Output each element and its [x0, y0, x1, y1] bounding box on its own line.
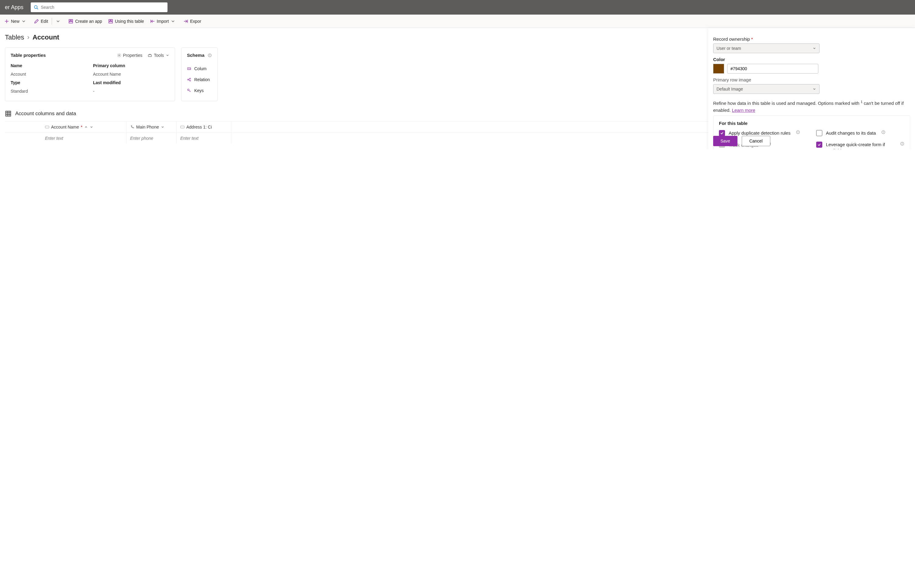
card-title: Table properties [11, 53, 46, 58]
col-account-label: Account Name [51, 124, 79, 129]
schema-columns[interactable]: Abc Colum [187, 63, 212, 74]
using-table-button[interactable]: Using this table [105, 15, 147, 27]
import-button[interactable]: Import [147, 15, 181, 27]
properties-label: Properties [123, 53, 142, 58]
new-label: New [11, 19, 19, 24]
new-phone-cell[interactable]: Enter phone [126, 133, 176, 144]
breadcrumb-current: Account [32, 34, 59, 41]
schema-title: Schema [187, 53, 205, 58]
svg-rect-4 [69, 19, 71, 21]
svg-rect-6 [69, 22, 73, 23]
sort-up-icon [84, 125, 88, 129]
color-swatch[interactable] [713, 64, 724, 74]
schema-keys-label: Keys [194, 88, 204, 93]
edit-dropdown[interactable] [53, 15, 65, 27]
col-main-phone[interactable]: Main Phone [126, 121, 176, 132]
app-icon [68, 19, 73, 24]
svg-line-28 [190, 91, 191, 92]
svg-rect-9 [109, 22, 113, 23]
opt-audit[interactable]: Audit changes to its data [816, 130, 904, 136]
learn-more-link[interactable]: Learn more [732, 108, 755, 113]
cancel-button[interactable]: Cancel [742, 136, 770, 146]
export-button[interactable]: Expor [180, 15, 204, 27]
table-properties-card: Table properties Properties Tools Name P… [5, 47, 175, 101]
new-address-cell[interactable]: Enter text [176, 133, 231, 144]
create-app-label: Create an app [75, 19, 102, 24]
info-icon[interactable] [796, 130, 800, 134]
relation-icon [187, 78, 191, 82]
info-icon[interactable] [900, 142, 904, 146]
breadcrumb-root[interactable]: Tables [5, 34, 24, 41]
tools-action[interactable]: Tools [148, 53, 169, 58]
type-label: Type [11, 80, 87, 85]
primary-image-select: Default Image [713, 84, 820, 94]
search-box[interactable] [31, 2, 168, 12]
create-app-button[interactable]: Create an app [65, 15, 105, 27]
svg-rect-5 [71, 19, 73, 21]
last-modified-value: - [93, 89, 169, 94]
search-icon [34, 5, 38, 10]
svg-line-24 [189, 79, 190, 80]
export-label: Expor [190, 19, 201, 24]
schema-keys[interactable]: Keys [187, 85, 212, 96]
svg-rect-15 [148, 55, 152, 57]
app-title: er Apps [5, 4, 23, 11]
toolbox-icon [148, 53, 152, 57]
col-address-label: Address 1: Ci [186, 124, 212, 129]
key-icon [187, 89, 191, 93]
record-ownership-select: User or team [713, 44, 820, 53]
chevron-down-icon [813, 87, 816, 91]
chevron-down-icon [21, 19, 26, 24]
svg-line-25 [189, 80, 190, 81]
opt-audit-label: Audit changes to its data [826, 130, 876, 136]
import-label: Import [157, 19, 169, 24]
schema-card: Schema Abc Colum Relation Keys [181, 47, 218, 101]
checkbox[interactable] [816, 130, 822, 136]
name-label: Name [11, 63, 87, 68]
chevron-down-icon [90, 125, 93, 129]
gear-icon [117, 53, 121, 57]
info-icon[interactable] [208, 53, 212, 57]
chevron-down-icon [56, 19, 60, 24]
breadcrumb-sep: › [27, 34, 29, 41]
refine-a: Refine how data in this table is used an… [713, 100, 861, 106]
search-input[interactable] [41, 5, 165, 10]
main-content: Tables › Account Table properties Proper… [0, 28, 915, 149]
for-this-table-title: For this table [719, 121, 904, 126]
primary-image-value: Default Image [716, 87, 743, 92]
schema-columns-label: Colum [194, 66, 206, 71]
primary-image-label: Primary row image [713, 77, 910, 82]
new-account-cell[interactable]: Enter text [41, 133, 126, 144]
separator [52, 18, 52, 24]
chevron-down-icon [171, 19, 175, 24]
opt-quickcreate[interactable]: Leverage quick-create form if available [816, 142, 904, 149]
opt-quick-label: Leverage quick-create form if available [826, 142, 895, 149]
edit-button[interactable]: Edit [31, 15, 51, 27]
opt-duplicate-detection[interactable]: Apply duplicate detection rules [719, 130, 807, 136]
primary-value: Account Name [93, 72, 169, 77]
edit-label: Edit [41, 19, 48, 24]
col-address[interactable]: Address 1: Ci [176, 121, 231, 132]
record-ownership-label: Record ownership [713, 37, 910, 42]
chevron-down-icon [813, 47, 816, 50]
tools-label: Tools [154, 53, 164, 58]
record-ownership-value: User or team [716, 46, 741, 51]
export-icon [183, 19, 188, 24]
checkbox[interactable] [816, 142, 822, 148]
new-button[interactable]: New [1, 15, 31, 27]
svg-rect-8 [111, 19, 113, 21]
schema-relationships[interactable]: Relation [187, 74, 212, 85]
required-mark: * [81, 124, 82, 129]
info-icon[interactable] [881, 130, 886, 134]
checkbox[interactable] [719, 130, 725, 136]
text-icon [180, 125, 184, 129]
chevron-down-icon [166, 53, 169, 57]
edit-icon [34, 19, 39, 24]
color-input[interactable] [727, 64, 818, 74]
properties-action[interactable]: Properties [117, 53, 142, 58]
properties-panel: Record ownership User or team Color Prim… [708, 28, 915, 149]
panel-footer: Save Cancel [713, 136, 770, 146]
text-icon: Abc [187, 66, 191, 71]
save-button[interactable]: Save [713, 136, 737, 146]
col-account-name[interactable]: Account Name * [41, 121, 126, 132]
